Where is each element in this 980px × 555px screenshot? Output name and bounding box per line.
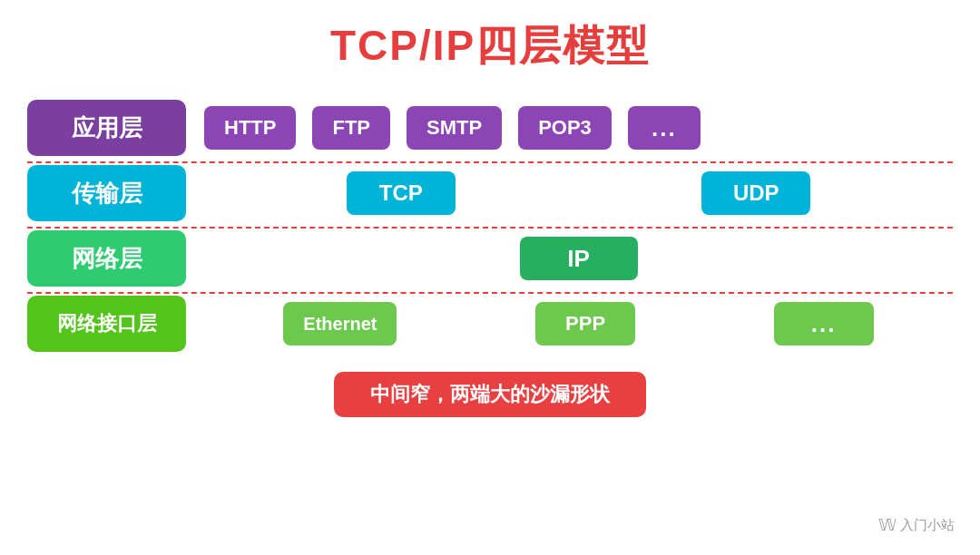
main-container: TCP/IP四层模型 应用层 HTTP FTP SMTP POP3 ... 传输…	[0, 0, 980, 555]
tcp-box: TCP	[347, 171, 456, 215]
netif-layer-label: 网络接口层	[27, 296, 186, 352]
ip-box: IP	[520, 237, 638, 280]
transport-layer-content: TCP UDP	[204, 165, 953, 221]
smtp-box: SMTP	[407, 106, 502, 150]
pop3-box: POP3	[518, 106, 612, 150]
divider-2	[27, 227, 953, 229]
transport-layer-row: 传输层 TCP UDP	[27, 165, 953, 221]
ppp-box: PPP	[535, 302, 635, 346]
app-layer-label: 应用层	[27, 100, 186, 156]
page-title: TCP/IP四层模型	[330, 18, 650, 74]
http-box: HTTP	[204, 106, 296, 150]
bottom-note: 中间窄，两端大的沙漏形状	[334, 372, 646, 417]
transport-layer-label: 传输层	[27, 165, 186, 221]
netif-ellipsis-box: ...	[774, 302, 874, 346]
netif-layer-content: Ethernet PPP ...	[204, 296, 953, 352]
network-layer-row: 网络层 IP	[27, 230, 953, 287]
network-layer-label: 网络层	[27, 230, 186, 287]
network-layer-content: IP	[204, 230, 953, 287]
watermark-icon: 𝕎	[878, 515, 897, 535]
diagram: 应用层 HTTP FTP SMTP POP3 ... 传输层 TCP UDP 网…	[27, 100, 953, 355]
netif-layer-row: 网络接口层 Ethernet PPP ...	[27, 296, 953, 352]
ethernet-box: Ethernet	[283, 302, 397, 346]
udp-box: UDP	[701, 171, 810, 215]
app-layer-row: 应用层 HTTP FTP SMTP POP3 ...	[27, 100, 953, 156]
app-layer-content: HTTP FTP SMTP POP3 ...	[204, 100, 953, 156]
app-ellipsis-box: ...	[628, 106, 701, 150]
watermark-text: 入门小站	[900, 517, 955, 534]
ftp-box: FTP	[312, 106, 390, 150]
divider-3	[27, 292, 953, 294]
watermark: 𝕎 入门小站	[878, 515, 955, 535]
divider-1	[27, 161, 953, 163]
